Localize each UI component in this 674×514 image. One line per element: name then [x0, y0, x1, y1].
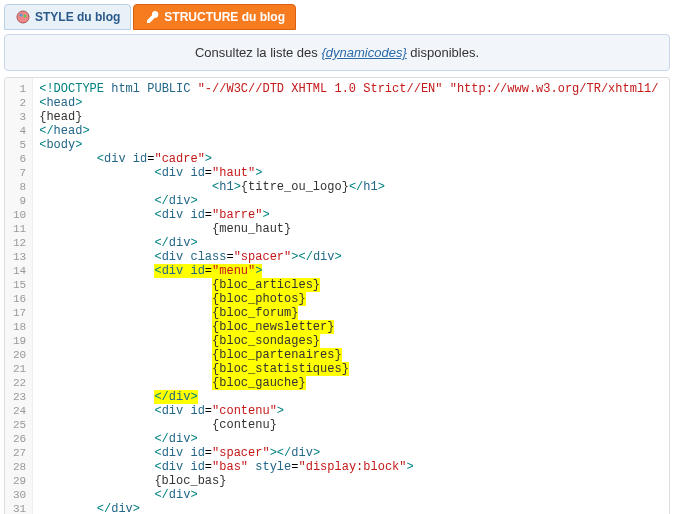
code-area[interactable]: <!DOCTYPE html PUBLIC "-//W3C//DTD XHTML…: [33, 78, 669, 514]
line-gutter: 1234567891011121314151617181920212223242…: [5, 78, 33, 514]
palette-icon: [15, 9, 31, 25]
wrench-icon: [144, 9, 160, 25]
notice-bar: Consultez la liste des {dynamicodes} dis…: [4, 34, 670, 71]
svg-point-0: [17, 11, 29, 23]
dynamicodes-link[interactable]: {dynamicodes}: [321, 45, 406, 60]
tab-style[interactable]: STYLE du blog: [4, 4, 131, 30]
svg-point-1: [20, 14, 23, 17]
tab-structure[interactable]: STRUCTURE du blog: [133, 4, 296, 30]
notice-suffix: disponibles.: [407, 45, 479, 60]
code-editor[interactable]: 1234567891011121314151617181920212223242…: [4, 77, 670, 514]
notice-prefix: Consultez la liste des: [195, 45, 321, 60]
tab-style-label: STYLE du blog: [35, 10, 120, 24]
tab-structure-label: STRUCTURE du blog: [164, 10, 285, 24]
tab-bar: STYLE du blog STRUCTURE du blog: [4, 4, 670, 30]
svg-point-2: [24, 15, 27, 18]
